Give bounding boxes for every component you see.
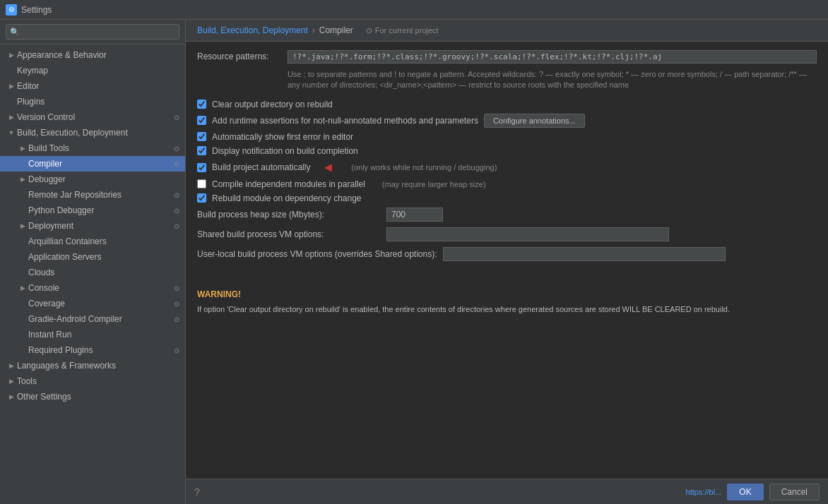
sidebar-item-arquillian[interactable]: Arquillian Containers xyxy=(0,234,185,249)
cancel-button[interactable]: Cancel xyxy=(769,484,820,500)
sidebar-item-label: Keymap xyxy=(17,66,179,76)
shared-vm-label: Shared build process VM options: xyxy=(197,229,381,239)
expand-icon: ▶ xyxy=(6,376,17,387)
expand-icon xyxy=(17,236,28,247)
sync-icon: ⊙ xyxy=(174,191,179,199)
sidebar-item-label: Build, Execution, Deployment xyxy=(17,128,179,138)
compile-parallel-label: Compile independent modules in parallel xyxy=(212,179,365,189)
configure-annotations-button[interactable]: Configure annotations... xyxy=(484,114,585,128)
project-label-text: For current project xyxy=(375,26,439,35)
sidebar-item-label: Debugger xyxy=(28,174,179,184)
sidebar-item-version-control[interactable]: ▶ Version Control ⊙ xyxy=(0,109,185,125)
expand-icon xyxy=(17,158,28,169)
sidebar-item-clouds[interactable]: Clouds xyxy=(0,265,185,280)
heap-size-label: Build process heap size (Mbytes): xyxy=(197,210,381,220)
clear-output-checkbox[interactable] xyxy=(197,100,206,109)
sidebar-item-label: Other Settings xyxy=(17,392,179,402)
sidebar-item-label: Languages & Frameworks xyxy=(17,361,179,371)
sidebar-item-label: Build Tools xyxy=(28,143,171,153)
sidebar-item-python-debugger[interactable]: Python Debugger ⊙ xyxy=(0,203,185,218)
sync-icon: ⊙ xyxy=(174,284,179,292)
sidebar-item-console[interactable]: ▶ Console ⊙ xyxy=(0,280,185,296)
checkbox-rebuild-dependency: Rebuild module on dependency change xyxy=(197,193,817,203)
sync-icon: ⊙ xyxy=(174,347,179,354)
display-notification-label: Display notification on build completion xyxy=(212,146,358,156)
resource-patterns-hint: Use ; to separate patterns and ! to nega… xyxy=(197,69,817,91)
auto-show-error-checkbox[interactable] xyxy=(197,132,206,141)
sidebar-item-label: Required Plugins xyxy=(28,345,171,355)
sidebar-item-appearance[interactable]: ▶ Appearance & Behavior xyxy=(0,47,185,63)
checkbox-build-auto: Build project automatically ◄ (only work… xyxy=(197,160,817,175)
checkbox-compile-parallel: Compile independent modules in parallel … xyxy=(197,179,817,189)
sidebar-item-build-execution[interactable]: ▼ Build, Execution, Deployment xyxy=(0,125,185,140)
sidebar-item-gradle-android[interactable]: Gradle-Android Compiler ⊙ xyxy=(0,311,185,327)
sidebar-item-label: Version Control xyxy=(17,112,171,122)
sidebar-item-application-servers[interactable]: Application Servers xyxy=(0,249,185,265)
runtime-assertions-label: Add runtime assertions for not-null-anno… xyxy=(212,116,478,126)
help-icon[interactable]: ? xyxy=(194,486,200,498)
sidebar-item-plugins[interactable]: Plugins xyxy=(0,94,185,109)
sidebar-item-instant-run[interactable]: Instant Run xyxy=(0,327,185,342)
heap-size-input[interactable] xyxy=(386,208,443,222)
rebuild-dependency-checkbox[interactable] xyxy=(197,193,206,203)
breadcrumb-separator: › xyxy=(312,25,315,35)
sidebar-item-keymap[interactable]: Keymap xyxy=(0,63,185,78)
sidebar-item-label: Tools xyxy=(17,376,179,386)
user-local-vm-input[interactable] xyxy=(443,247,726,261)
sidebar-item-remote-jar[interactable]: Remote Jar Repositories ⊙ xyxy=(0,187,185,203)
breadcrumb-parent[interactable]: Build, Execution, Deployment xyxy=(197,25,308,35)
sidebar-item-label: Python Debugger xyxy=(28,205,171,215)
ok-button[interactable]: OK xyxy=(727,484,763,500)
bottom-bar: ? https://bl... OK Cancel xyxy=(186,479,828,504)
expand-icon: ▼ xyxy=(6,127,17,138)
auto-show-error-label: Automatically show first error in editor xyxy=(212,132,353,142)
url-hint: https://bl... xyxy=(686,488,722,496)
resource-patterns-input[interactable] xyxy=(288,50,817,64)
sidebar-item-label: Instant Run xyxy=(28,330,179,340)
sidebar-item-editor[interactable]: ▶ Editor xyxy=(0,78,185,94)
expand-icon xyxy=(6,96,17,107)
expand-icon xyxy=(17,298,28,309)
expand-icon xyxy=(6,65,17,76)
expand-icon xyxy=(17,267,28,278)
rebuild-dependency-label: Rebuild module on dependency change xyxy=(212,193,362,203)
project-icon: ⊙ xyxy=(366,26,372,35)
expand-icon xyxy=(17,344,28,356)
sidebar-item-build-tools[interactable]: ▶ Build Tools ⊙ xyxy=(0,140,185,156)
sidebar-item-required-plugins[interactable]: Required Plugins ⊙ xyxy=(0,342,185,358)
expand-icon xyxy=(17,189,28,200)
sidebar-item-label: Application Servers xyxy=(28,252,179,262)
sidebar-item-label: Coverage xyxy=(28,299,171,308)
warning-section: WARNING! If option 'Clear output directo… xyxy=(197,289,817,316)
expand-icon: ▶ xyxy=(17,174,28,185)
search-input[interactable] xyxy=(6,24,179,40)
user-local-vm-label: User-local build process VM options (ove… xyxy=(197,249,437,259)
sidebar-item-languages[interactable]: ▶ Languages & Frameworks xyxy=(0,358,185,373)
compile-parallel-note: (may require larger heap size) xyxy=(382,180,486,188)
sync-icon: ⊙ xyxy=(174,222,179,230)
expand-icon xyxy=(17,313,28,325)
expand-icon: ▶ xyxy=(6,360,17,371)
sidebar-item-label: Clouds xyxy=(28,268,179,277)
shared-vm-input[interactable] xyxy=(386,227,669,241)
sidebar-item-coverage[interactable]: Coverage ⊙ xyxy=(0,296,185,311)
title-text: Settings xyxy=(21,5,52,15)
sidebar-item-deployment[interactable]: ▶ Deployment ⊙ xyxy=(0,218,185,234)
expand-icon xyxy=(17,205,28,216)
sidebar-item-compiler[interactable]: Compiler ⊙ xyxy=(0,156,185,172)
build-auto-checkbox[interactable] xyxy=(197,163,206,172)
expand-icon: ▶ xyxy=(17,220,28,232)
sidebar-item-debugger[interactable]: ▶ Debugger xyxy=(0,172,185,187)
display-notification-checkbox[interactable] xyxy=(197,146,206,155)
compile-parallel-checkbox[interactable] xyxy=(197,179,206,188)
runtime-assertions-checkbox[interactable] xyxy=(197,116,206,125)
sidebar-item-tools[interactable]: ▶ Tools xyxy=(0,373,185,389)
expand-icon xyxy=(17,251,28,263)
resource-patterns-label: Resource patterns: xyxy=(197,50,282,61)
expand-icon: ▶ xyxy=(6,112,17,123)
sidebar-item-label: Appearance & Behavior xyxy=(17,50,179,60)
sidebar-item-label: Remote Jar Repositories xyxy=(28,190,171,200)
sidebar-item-other-settings[interactable]: ▶ Other Settings xyxy=(0,389,185,404)
settings-icon: ⚙ xyxy=(6,4,17,16)
checkbox-clear-output: Clear output directory on rebuild xyxy=(197,100,817,109)
